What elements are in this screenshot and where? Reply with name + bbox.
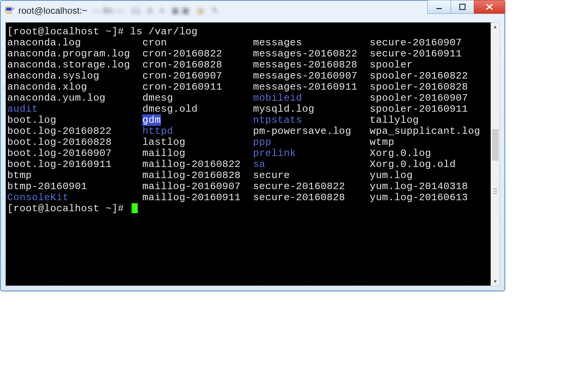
scroll-grip-icon: [493, 188, 497, 194]
ls-entry: maillog-20160907: [142, 181, 253, 192]
ls-entry: anaconda.storage.log: [7, 59, 142, 71]
ls-entry: pm-powersave.log: [253, 126, 370, 137]
ls-row: ConsoleKit maillog-20160911 secure-20160…: [7, 192, 491, 203]
ls-entry: anaconda.log: [7, 37, 142, 48]
ls-entry: secure-20160822: [253, 181, 370, 192]
ls-entry: prelink: [253, 148, 370, 159]
ls-row: boot.log-20160907 maillog prelink Xorg.0…: [7, 148, 491, 159]
ls-entry: boot.log-20160828: [7, 137, 142, 148]
ls-row: anaconda.syslog cron-20160907 messages-2…: [7, 71, 491, 82]
ls-row: boot.log-20160911 maillog-20160822 sa Xo…: [7, 159, 491, 170]
svg-line-2: [12, 8, 14, 10]
ls-row: anaconda.storage.log cron-20160828 messa…: [7, 59, 491, 71]
ls-entry: cron-20160822: [142, 48, 253, 59]
maximize-button[interactable]: [451, 0, 474, 14]
ls-entry: cron: [142, 37, 253, 48]
ls-entry: mysqld.log: [253, 104, 370, 115]
ls-entry: yum.log-20160613: [370, 192, 468, 203]
ls-row: boot.log-20160822 httpd pm-powersave.log…: [7, 126, 491, 137]
scroll-down-button[interactable]: ▼: [491, 277, 499, 286]
scroll-thumb[interactable]: [492, 129, 498, 161]
ls-row: boot.log-20160828 lastlog ppp wtmp: [7, 137, 491, 148]
ls-row: boot.log gdm ntpstats tallylog: [7, 115, 491, 126]
ls-entry: spooler: [370, 59, 413, 71]
ls-entry: cron-20160911: [142, 82, 253, 93]
svg-rect-3: [6, 13, 12, 14]
prompt: [root@localhost ~]#: [7, 26, 130, 37]
ls-entry: Xorg.0.log.old: [370, 159, 456, 170]
prompt: [root@localhost ~]#: [7, 203, 130, 214]
scrollbar[interactable]: ▲ ▼: [491, 22, 499, 286]
ls-entry: dmesg.old: [142, 104, 253, 115]
ls-entry: maillog-20160911: [142, 192, 253, 203]
ls-entry: ntpstats: [253, 115, 370, 126]
close-button[interactable]: [474, 0, 505, 14]
ls-entry: btmp: [7, 170, 142, 181]
ls-entry: cron-20160907: [142, 71, 253, 82]
ls-entry: anaconda.program.log: [7, 48, 142, 59]
ls-entry: secure-20160907: [370, 37, 462, 48]
ls-entry: secure-20160911: [370, 48, 462, 59]
ls-entry: yum.log: [370, 170, 413, 181]
putty-icon: [5, 5, 15, 16]
svg-rect-5: [460, 4, 465, 10]
window-controls: [428, 0, 505, 14]
ls-entry: ppp: [253, 137, 370, 148]
ls-entry: messages-20160828: [253, 59, 370, 71]
ls-entry: mobileid: [253, 93, 370, 104]
ls-entry: httpd: [142, 126, 253, 137]
ls-entry: Xorg.0.log: [370, 148, 431, 159]
minimize-button[interactable]: [427, 0, 451, 14]
ls-entry: boot.log-20160911: [7, 159, 142, 170]
ls-entry: secure-20160828: [253, 192, 370, 203]
ls-entry: spooler-20160828: [370, 82, 468, 93]
ls-entry: messages: [253, 37, 370, 48]
ls-row: anaconda.xlog cron-20160911 messages-201…: [7, 82, 491, 93]
ls-row: anaconda.log cron messages secure-201609…: [7, 37, 491, 48]
scroll-up-button[interactable]: ▲: [491, 22, 499, 31]
ls-entry: messages-20160822: [253, 48, 370, 59]
ls-entry: yum.log-20140318: [370, 181, 468, 192]
ls-entry: wtmp: [370, 137, 394, 148]
ls-entry: anaconda.xlog: [7, 82, 142, 93]
ls-entry: boot.log: [7, 115, 142, 126]
ls-entry: maillog-20160822: [142, 159, 253, 170]
ls-entry: spooler-20160822: [370, 71, 468, 82]
ls-entry: boot.log-20160907: [7, 148, 142, 159]
ls-entry: gdm: [142, 115, 253, 126]
ls-entry: spooler-20160911: [370, 104, 468, 115]
ls-entry: maillog: [142, 148, 253, 159]
cursor: [132, 203, 138, 213]
window-title: root@localhost:~: [18, 5, 87, 16]
svg-rect-4: [436, 8, 442, 9]
ls-entry: messages-20160907: [253, 71, 370, 82]
ls-entry: tallylog: [370, 115, 419, 126]
terminal-output[interactable]: [root@localhost ~]# ls /var/loganaconda.…: [6, 22, 491, 286]
ls-entry: anaconda.yum.log: [7, 93, 142, 104]
titlebar[interactable]: ― Bo ―11A≡▣ ▣▣✎ root@localhost:~: [1, 1, 504, 21]
ls-entry: audit: [7, 104, 142, 115]
ls-entry: sa: [253, 159, 370, 170]
svg-rect-1: [6, 8, 11, 11]
ls-entry: dmesg: [142, 93, 253, 104]
ls-entry: lastlog: [142, 137, 253, 148]
ls-row: btmp maillog-20160828 secure yum.log: [7, 170, 491, 181]
ls-row: btmp-20160901 maillog-20160907 secure-20…: [7, 181, 491, 192]
ls-entry: spooler-20160907: [370, 93, 468, 104]
terminal-frame: [root@localhost ~]# ls /var/loganaconda.…: [5, 22, 500, 286]
ls-entry: cron-20160828: [142, 59, 253, 71]
ls-entry: anaconda.syslog: [7, 71, 142, 82]
ls-row: anaconda.program.log cron-20160822 messa…: [7, 48, 491, 59]
ls-entry: maillog-20160828: [142, 170, 253, 181]
ls-row: anaconda.yum.log dmesg mobileid spooler-…: [7, 93, 491, 104]
ls-row: audit dmesg.old mysqld.log spooler-20160…: [7, 104, 491, 115]
ls-entry: wpa_supplicant.log: [370, 126, 480, 137]
ls-entry: ConsoleKit: [7, 192, 142, 203]
command-text: ls /var/log: [130, 26, 198, 37]
ls-entry: boot.log-20160822: [7, 126, 142, 137]
terminal-window: ― Bo ―11A≡▣ ▣▣✎ root@localhost:~ [root@l…: [0, 0, 505, 291]
ls-entry: messages-20160911: [253, 82, 370, 93]
ls-entry: secure: [253, 170, 370, 181]
scroll-track[interactable]: [491, 31, 499, 277]
ls-entry: btmp-20160901: [7, 181, 142, 192]
